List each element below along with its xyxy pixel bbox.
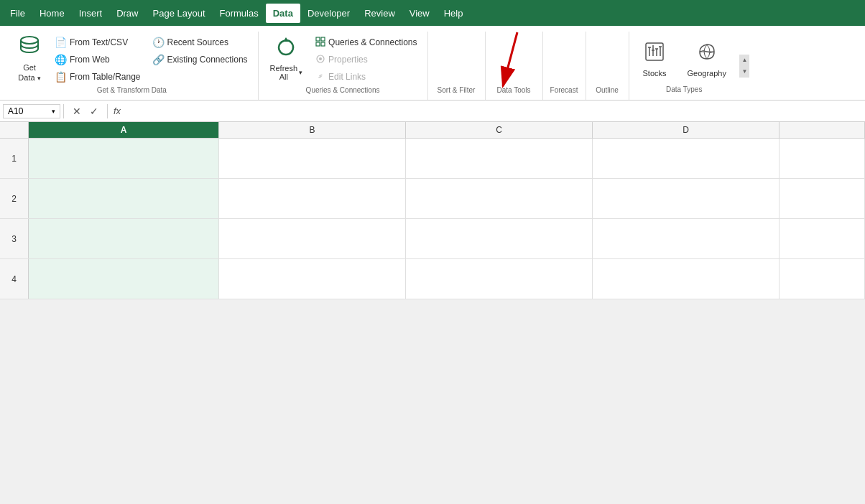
svg-point-7 [319, 57, 322, 60]
data-types-scrollbar: ▲ ▼ [739, 55, 749, 78]
get-transform-group: Get Data ▾ 📄 From Text/CSV 🌐 From Web [6, 32, 259, 100]
confirm-button[interactable]: ✓ [87, 104, 101, 118]
queries-icon [315, 37, 325, 49]
cell-b3[interactable] [219, 219, 406, 258]
col-header-b[interactable]: B [219, 122, 406, 138]
stocks-button[interactable]: Stocks [635, 38, 675, 81]
col-header-e[interactable] [780, 122, 865, 138]
menu-data[interactable]: Data [266, 4, 300, 23]
refresh-all-label: Refresh All ▾ [270, 64, 303, 81]
cell-c1[interactable] [406, 139, 593, 178]
web-icon: 🌐 [55, 54, 67, 65]
properties-button[interactable]: Properties [311, 52, 421, 67]
ribbon-wrapper: File Home Insert Draw Page Layout Formul… [0, 0, 865, 101]
from-text-csv-button[interactable]: 📄 From Text/CSV [50, 34, 145, 50]
col-header-c[interactable]: C [406, 122, 593, 138]
sort-filter-label: Sort & Filter [434, 85, 479, 97]
cell-c3[interactable] [406, 219, 593, 258]
cell-a2[interactable] [29, 179, 219, 218]
svg-point-0 [21, 37, 38, 44]
cell-e3[interactable] [780, 219, 865, 258]
menu-draw[interactable]: Draw [109, 4, 145, 23]
formula-divider-2 [107, 104, 108, 118]
data-types-group: Stocks [629, 32, 749, 100]
from-web-button[interactable]: 🌐 From Web [50, 52, 145, 67]
cell-a1[interactable] [29, 139, 219, 178]
menu-formulas[interactable]: Formulas [213, 4, 266, 23]
cell-a4[interactable] [29, 259, 219, 299]
formula-input[interactable] [126, 105, 862, 118]
get-transform-content: Get Data ▾ 📄 From Text/CSV 🌐 From Web [11, 34, 252, 85]
get-data-label: Get Data ▾ [18, 63, 40, 82]
stocks-label: Stocks [642, 69, 666, 78]
menu-page-layout[interactable]: Page Layout [146, 4, 213, 23]
spreadsheet: A B C D 1 2 3 [0, 122, 865, 299]
menu-view[interactable]: View [402, 4, 437, 23]
cell-d3[interactable] [593, 219, 780, 258]
menu-home[interactable]: Home [32, 4, 72, 23]
geography-icon [697, 42, 717, 67]
forecast-label: Forecast [549, 85, 580, 97]
col-header-d[interactable]: D [593, 122, 780, 138]
row-num-3[interactable]: 3 [0, 219, 29, 258]
data-types-content: Stocks [629, 35, 739, 84]
cell-d1[interactable] [593, 139, 780, 178]
queries-connections-button[interactable]: Queries & Connections [311, 34, 421, 50]
svg-rect-3 [321, 37, 325, 41]
queries-connections-group: Refresh All ▾ [259, 32, 428, 100]
col-header-a[interactable]: A [29, 122, 219, 138]
row-1: 1 [0, 139, 865, 179]
outline-label: Outline [592, 85, 623, 97]
formula-actions: ✕ ✓ [67, 104, 104, 118]
cell-b2[interactable] [219, 179, 406, 218]
cell-c2[interactable] [406, 179, 593, 218]
row-num-4[interactable]: 4 [0, 259, 29, 299]
cell-e2[interactable] [780, 179, 865, 218]
menu-help[interactable]: Help [437, 4, 471, 23]
menu-insert[interactable]: Insert [72, 4, 110, 23]
svg-marker-1 [283, 37, 289, 42]
scroll-down-button[interactable]: ▼ [739, 66, 749, 78]
formula-divider [63, 104, 64, 118]
ribbon-content: Get Data ▾ 📄 From Text/CSV 🌐 From Web [0, 26, 865, 101]
svg-rect-5 [321, 42, 325, 46]
get-transform-label: Get & Transform Data [11, 85, 252, 97]
sort-filter-group: Sort & Filter [428, 32, 486, 100]
formula-bar: A10 ▾ ✕ ✓ fx [0, 101, 865, 122]
menu-file[interactable]: File [3, 4, 32, 23]
row-4: 4 [0, 259, 865, 299]
refresh-all-button[interactable]: Refresh All ▾ [264, 34, 309, 82]
row-3: 3 [0, 219, 865, 259]
outline-group: Outline [586, 32, 629, 100]
existing-connections-button[interactable]: 🔗 Existing Connections [148, 52, 252, 67]
recent-sources-button[interactable]: 🕐 Recent Sources [148, 34, 252, 50]
cell-a3[interactable] [29, 219, 219, 258]
cell-e4[interactable] [780, 259, 865, 299]
row-num-2[interactable]: 2 [0, 179, 29, 218]
cell-b1[interactable] [219, 139, 406, 178]
scroll-up-button[interactable]: ▲ [739, 55, 749, 66]
recent-icon: 🕐 [152, 37, 165, 48]
get-data-button[interactable]: Get Data ▾ [11, 34, 47, 82]
cancel-button[interactable]: ✕ [70, 104, 84, 118]
cell-d4[interactable] [593, 259, 780, 299]
menu-review[interactable]: Review [357, 4, 402, 23]
cell-b4[interactable] [219, 259, 406, 299]
edit-links-icon [315, 71, 325, 83]
geography-button[interactable]: Geography [680, 38, 734, 81]
cell-c4[interactable] [406, 259, 593, 299]
table-icon: 📋 [55, 71, 67, 83]
name-box[interactable]: A10 ▾ [3, 104, 60, 118]
forecast-group: Forecast [543, 32, 586, 100]
svg-rect-4 [316, 42, 320, 46]
cell-e1[interactable] [780, 139, 865, 178]
properties-icon [315, 54, 325, 66]
edit-links-button[interactable]: Edit Links [311, 69, 421, 85]
menu-developer[interactable]: Developer [300, 4, 357, 23]
from-table-range-button[interactable]: 📋 From Table/Range [50, 69, 145, 85]
column-headers: A B C D [0, 122, 865, 139]
grid-body: 1 2 3 4 [0, 139, 865, 299]
row-num-1[interactable]: 1 [0, 139, 29, 178]
cell-d2[interactable] [593, 179, 780, 218]
geography-label: Geography [688, 69, 726, 78]
